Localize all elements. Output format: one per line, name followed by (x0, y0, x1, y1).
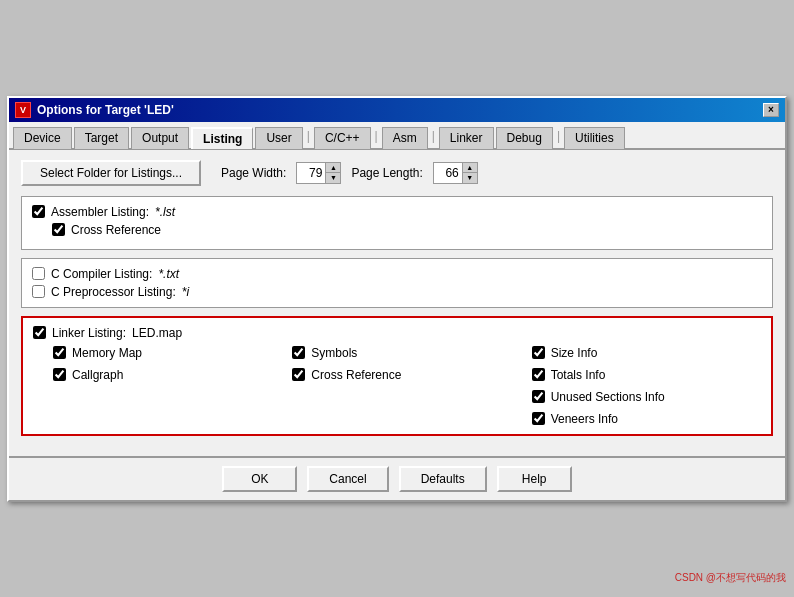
linker-cross-ref-row: Cross Reference (292, 368, 521, 382)
footer: OK Cancel Defaults Help (9, 456, 785, 500)
assembler-cross-ref-label: Cross Reference (71, 223, 161, 237)
page-length-input[interactable] (434, 165, 462, 181)
toolbar-row: Select Folder for Listings... Page Width… (21, 160, 773, 186)
totals-info-label: Totals Info (551, 368, 606, 382)
tab-asm[interactable]: Asm (382, 127, 428, 149)
assembler-cross-ref-row: Cross Reference (52, 223, 762, 237)
unused-sections-checkbox[interactable] (532, 390, 545, 403)
tab-output[interactable]: Output (131, 127, 189, 149)
cancel-button[interactable]: Cancel (307, 466, 388, 492)
tab-linker[interactable]: Linker (439, 127, 494, 149)
linker-grid: Memory Map Callgraph Symbols Cro (53, 346, 761, 426)
page-width-arrows: ▲ ▼ (325, 163, 340, 183)
c-preprocessor-label: C Preprocessor Listing: (51, 285, 176, 299)
tab-device[interactable]: Device (13, 127, 72, 149)
c-compiler-ext: *.txt (158, 267, 179, 281)
c-preprocessor-ext: *i (182, 285, 189, 299)
size-info-label: Size Info (551, 346, 598, 360)
callgraph-label: Callgraph (72, 368, 123, 382)
c-preprocessor-checkbox[interactable] (32, 285, 45, 298)
tab-debug[interactable]: Debug (496, 127, 553, 149)
assembler-listing-checkbox[interactable] (32, 205, 45, 218)
page-width-up[interactable]: ▲ (326, 163, 340, 173)
tab-sep4: | (555, 126, 562, 148)
tab-bar: Device Target Output Listing User | C/C+… (9, 122, 785, 150)
page-width-spinner[interactable]: ▲ ▼ (296, 162, 341, 184)
page-width-input[interactable] (297, 165, 325, 181)
veneers-info-label: Veneers Info (551, 412, 618, 426)
app-icon: V (15, 102, 31, 118)
tab-sep1: | (305, 126, 312, 148)
symbols-label: Symbols (311, 346, 357, 360)
dialog-title: Options for Target 'LED' (37, 103, 174, 117)
page-length-arrows: ▲ ▼ (462, 163, 477, 183)
title-bar: V Options for Target 'LED' × (9, 98, 785, 122)
symbols-checkbox[interactable] (292, 346, 305, 359)
size-info-row: Size Info (532, 346, 761, 360)
page-length-down[interactable]: ▼ (463, 173, 477, 183)
assembler-cross-ref-checkbox[interactable] (52, 223, 65, 236)
linker-col2: Symbols Cross Reference (292, 346, 521, 426)
page-controls: Page Width: ▲ ▼ Page Length: ▲ ▼ (221, 162, 478, 184)
tab-user[interactable]: User (255, 127, 302, 149)
linker-main-row: Linker Listing: LED.map (33, 326, 761, 340)
tab-content: Select Folder for Listings... Page Width… (9, 150, 785, 456)
unused-sections-label: Unused Sections Info (551, 390, 665, 404)
defaults-button[interactable]: Defaults (399, 466, 487, 492)
assembler-listing-ext: *.lst (155, 205, 175, 219)
linker-listing-label: Linker Listing: (52, 326, 126, 340)
veneers-info-checkbox[interactable] (532, 412, 545, 425)
memory-map-checkbox[interactable] (53, 346, 66, 359)
help-button[interactable]: Help (497, 466, 572, 492)
c-compiler-row: C Compiler Listing: *.txt (32, 267, 762, 281)
tab-sep2: | (373, 126, 380, 148)
page-length-up[interactable]: ▲ (463, 163, 477, 173)
symbols-row: Symbols (292, 346, 521, 360)
page-length-spinner[interactable]: ▲ ▼ (433, 162, 478, 184)
linker-cross-ref-checkbox[interactable] (292, 368, 305, 381)
dialog-window: V Options for Target 'LED' × Device Targ… (7, 96, 787, 502)
linker-listing-checkbox[interactable] (33, 326, 46, 339)
tab-listing[interactable]: Listing (191, 127, 253, 149)
assembler-section: Assembler Listing: *.lst Cross Reference (21, 196, 773, 250)
linker-col1: Memory Map Callgraph (53, 346, 282, 426)
tab-sep3: | (430, 126, 437, 148)
ok-button[interactable]: OK (222, 466, 297, 492)
tab-utilities[interactable]: Utilities (564, 127, 625, 149)
c-compiler-label: C Compiler Listing: (51, 267, 152, 281)
page-width-down[interactable]: ▼ (326, 173, 340, 183)
totals-info-checkbox[interactable] (532, 368, 545, 381)
unused-sections-row: Unused Sections Info (532, 390, 761, 404)
veneers-info-row: Veneers Info (532, 412, 761, 426)
callgraph-row: Callgraph (53, 368, 282, 382)
watermark: CSDN @不想写代码的我 (675, 571, 786, 585)
totals-info-row: Totals Info (532, 368, 761, 382)
c-compiler-checkbox[interactable] (32, 267, 45, 280)
c-compiler-section: C Compiler Listing: *.txt C Preprocessor… (21, 258, 773, 308)
assembler-listing-label: Assembler Listing: (51, 205, 149, 219)
linker-listing-value: LED.map (132, 326, 182, 340)
page-length-label: Page Length: (351, 166, 422, 180)
linker-cross-ref-label: Cross Reference (311, 368, 401, 382)
c-preprocessor-row: C Preprocessor Listing: *i (32, 285, 762, 299)
assembler-main-row: Assembler Listing: *.lst (32, 205, 762, 219)
callgraph-checkbox[interactable] (53, 368, 66, 381)
tab-cpp[interactable]: C/C++ (314, 127, 371, 149)
size-info-checkbox[interactable] (532, 346, 545, 359)
memory-map-row: Memory Map (53, 346, 282, 360)
tab-target[interactable]: Target (74, 127, 129, 149)
select-folder-button[interactable]: Select Folder for Listings... (21, 160, 201, 186)
linker-col3: Size Info Totals Info Unused Sections In… (532, 346, 761, 426)
page-width-label: Page Width: (221, 166, 286, 180)
title-bar-left: V Options for Target 'LED' (15, 102, 174, 118)
close-button[interactable]: × (763, 103, 779, 117)
memory-map-label: Memory Map (72, 346, 142, 360)
linker-section: Linker Listing: LED.map Memory Map Callg… (21, 316, 773, 436)
